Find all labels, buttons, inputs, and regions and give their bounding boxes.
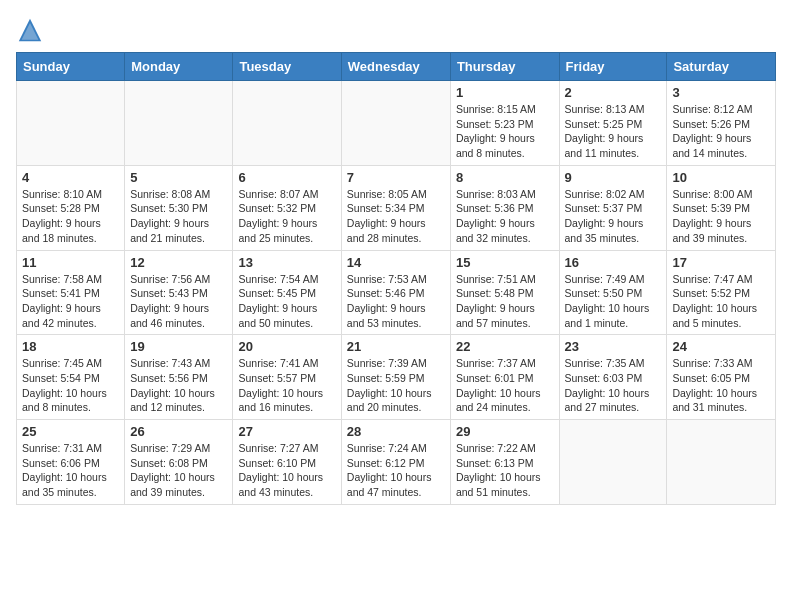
- day-number: 4: [22, 170, 119, 185]
- calendar-cell: [125, 81, 233, 166]
- day-info: Sunrise: 7:58 AM Sunset: 5:41 PM Dayligh…: [22, 272, 119, 331]
- day-number: 6: [238, 170, 335, 185]
- day-info: Sunrise: 7:37 AM Sunset: 6:01 PM Dayligh…: [456, 356, 554, 415]
- calendar-cell: 15Sunrise: 7:51 AM Sunset: 5:48 PM Dayli…: [450, 250, 559, 335]
- day-number: 20: [238, 339, 335, 354]
- day-info: Sunrise: 8:15 AM Sunset: 5:23 PM Dayligh…: [456, 102, 554, 161]
- day-info: Sunrise: 7:51 AM Sunset: 5:48 PM Dayligh…: [456, 272, 554, 331]
- calendar-header-wednesday: Wednesday: [341, 53, 450, 81]
- day-info: Sunrise: 8:07 AM Sunset: 5:32 PM Dayligh…: [238, 187, 335, 246]
- calendar-cell: 11Sunrise: 7:58 AM Sunset: 5:41 PM Dayli…: [17, 250, 125, 335]
- day-info: Sunrise: 7:45 AM Sunset: 5:54 PM Dayligh…: [22, 356, 119, 415]
- calendar-week-row: 1Sunrise: 8:15 AM Sunset: 5:23 PM Daylig…: [17, 81, 776, 166]
- day-number: 17: [672, 255, 770, 270]
- day-info: Sunrise: 7:53 AM Sunset: 5:46 PM Dayligh…: [347, 272, 445, 331]
- calendar-cell: 5Sunrise: 8:08 AM Sunset: 5:30 PM Daylig…: [125, 165, 233, 250]
- calendar-cell: [17, 81, 125, 166]
- day-number: 11: [22, 255, 119, 270]
- day-number: 26: [130, 424, 227, 439]
- day-number: 3: [672, 85, 770, 100]
- day-number: 10: [672, 170, 770, 185]
- calendar-cell: 4Sunrise: 8:10 AM Sunset: 5:28 PM Daylig…: [17, 165, 125, 250]
- day-number: 13: [238, 255, 335, 270]
- calendar-header-friday: Friday: [559, 53, 667, 81]
- calendar-cell: 16Sunrise: 7:49 AM Sunset: 5:50 PM Dayli…: [559, 250, 667, 335]
- day-info: Sunrise: 7:22 AM Sunset: 6:13 PM Dayligh…: [456, 441, 554, 500]
- calendar-cell: 21Sunrise: 7:39 AM Sunset: 5:59 PM Dayli…: [341, 335, 450, 420]
- calendar-cell: 28Sunrise: 7:24 AM Sunset: 6:12 PM Dayli…: [341, 420, 450, 505]
- day-number: 18: [22, 339, 119, 354]
- calendar-cell: 3Sunrise: 8:12 AM Sunset: 5:26 PM Daylig…: [667, 81, 776, 166]
- day-info: Sunrise: 7:49 AM Sunset: 5:50 PM Dayligh…: [565, 272, 662, 331]
- header: [16, 16, 776, 44]
- day-number: 24: [672, 339, 770, 354]
- day-info: Sunrise: 7:41 AM Sunset: 5:57 PM Dayligh…: [238, 356, 335, 415]
- calendar-cell: 12Sunrise: 7:56 AM Sunset: 5:43 PM Dayli…: [125, 250, 233, 335]
- calendar-cell: [667, 420, 776, 505]
- day-number: 27: [238, 424, 335, 439]
- day-number: 9: [565, 170, 662, 185]
- day-number: 15: [456, 255, 554, 270]
- day-info: Sunrise: 7:27 AM Sunset: 6:10 PM Dayligh…: [238, 441, 335, 500]
- day-info: Sunrise: 8:10 AM Sunset: 5:28 PM Dayligh…: [22, 187, 119, 246]
- calendar-week-row: 11Sunrise: 7:58 AM Sunset: 5:41 PM Dayli…: [17, 250, 776, 335]
- calendar-header-tuesday: Tuesday: [233, 53, 341, 81]
- day-info: Sunrise: 8:02 AM Sunset: 5:37 PM Dayligh…: [565, 187, 662, 246]
- calendar-cell: 17Sunrise: 7:47 AM Sunset: 5:52 PM Dayli…: [667, 250, 776, 335]
- calendar-week-row: 4Sunrise: 8:10 AM Sunset: 5:28 PM Daylig…: [17, 165, 776, 250]
- day-info: Sunrise: 8:12 AM Sunset: 5:26 PM Dayligh…: [672, 102, 770, 161]
- calendar-cell: 7Sunrise: 8:05 AM Sunset: 5:34 PM Daylig…: [341, 165, 450, 250]
- calendar-cell: 8Sunrise: 8:03 AM Sunset: 5:36 PM Daylig…: [450, 165, 559, 250]
- day-info: Sunrise: 7:31 AM Sunset: 6:06 PM Dayligh…: [22, 441, 119, 500]
- calendar-header-sunday: Sunday: [17, 53, 125, 81]
- calendar-cell: 6Sunrise: 8:07 AM Sunset: 5:32 PM Daylig…: [233, 165, 341, 250]
- calendar-cell: 13Sunrise: 7:54 AM Sunset: 5:45 PM Dayli…: [233, 250, 341, 335]
- day-info: Sunrise: 7:24 AM Sunset: 6:12 PM Dayligh…: [347, 441, 445, 500]
- logo: [16, 16, 48, 44]
- day-info: Sunrise: 8:00 AM Sunset: 5:39 PM Dayligh…: [672, 187, 770, 246]
- day-number: 8: [456, 170, 554, 185]
- calendar-cell: 26Sunrise: 7:29 AM Sunset: 6:08 PM Dayli…: [125, 420, 233, 505]
- calendar-week-row: 18Sunrise: 7:45 AM Sunset: 5:54 PM Dayli…: [17, 335, 776, 420]
- calendar-cell: [341, 81, 450, 166]
- logo-icon: [16, 16, 44, 44]
- calendar-cell: 2Sunrise: 8:13 AM Sunset: 5:25 PM Daylig…: [559, 81, 667, 166]
- day-number: 29: [456, 424, 554, 439]
- calendar-cell: 10Sunrise: 8:00 AM Sunset: 5:39 PM Dayli…: [667, 165, 776, 250]
- day-info: Sunrise: 7:39 AM Sunset: 5:59 PM Dayligh…: [347, 356, 445, 415]
- calendar-cell: 22Sunrise: 7:37 AM Sunset: 6:01 PM Dayli…: [450, 335, 559, 420]
- day-number: 12: [130, 255, 227, 270]
- calendar-cell: 18Sunrise: 7:45 AM Sunset: 5:54 PM Dayli…: [17, 335, 125, 420]
- calendar-cell: 29Sunrise: 7:22 AM Sunset: 6:13 PM Dayli…: [450, 420, 559, 505]
- calendar-header-row: SundayMondayTuesdayWednesdayThursdayFrid…: [17, 53, 776, 81]
- day-number: 2: [565, 85, 662, 100]
- calendar-cell: 1Sunrise: 8:15 AM Sunset: 5:23 PM Daylig…: [450, 81, 559, 166]
- day-number: 23: [565, 339, 662, 354]
- day-number: 19: [130, 339, 227, 354]
- calendar-cell: 24Sunrise: 7:33 AM Sunset: 6:05 PM Dayli…: [667, 335, 776, 420]
- day-number: 25: [22, 424, 119, 439]
- day-info: Sunrise: 7:56 AM Sunset: 5:43 PM Dayligh…: [130, 272, 227, 331]
- day-info: Sunrise: 7:54 AM Sunset: 5:45 PM Dayligh…: [238, 272, 335, 331]
- day-number: 22: [456, 339, 554, 354]
- day-number: 14: [347, 255, 445, 270]
- day-number: 5: [130, 170, 227, 185]
- day-number: 7: [347, 170, 445, 185]
- day-info: Sunrise: 7:29 AM Sunset: 6:08 PM Dayligh…: [130, 441, 227, 500]
- day-info: Sunrise: 8:08 AM Sunset: 5:30 PM Dayligh…: [130, 187, 227, 246]
- day-number: 28: [347, 424, 445, 439]
- calendar-cell: 14Sunrise: 7:53 AM Sunset: 5:46 PM Dayli…: [341, 250, 450, 335]
- day-info: Sunrise: 7:43 AM Sunset: 5:56 PM Dayligh…: [130, 356, 227, 415]
- day-info: Sunrise: 7:47 AM Sunset: 5:52 PM Dayligh…: [672, 272, 770, 331]
- calendar-header-monday: Monday: [125, 53, 233, 81]
- calendar-cell: 20Sunrise: 7:41 AM Sunset: 5:57 PM Dayli…: [233, 335, 341, 420]
- calendar-cell: 19Sunrise: 7:43 AM Sunset: 5:56 PM Dayli…: [125, 335, 233, 420]
- calendar-cell: [233, 81, 341, 166]
- day-info: Sunrise: 7:33 AM Sunset: 6:05 PM Dayligh…: [672, 356, 770, 415]
- calendar-cell: [559, 420, 667, 505]
- day-info: Sunrise: 8:13 AM Sunset: 5:25 PM Dayligh…: [565, 102, 662, 161]
- calendar-week-row: 25Sunrise: 7:31 AM Sunset: 6:06 PM Dayli…: [17, 420, 776, 505]
- calendar-header-saturday: Saturday: [667, 53, 776, 81]
- calendar-table: SundayMondayTuesdayWednesdayThursdayFrid…: [16, 52, 776, 505]
- day-number: 1: [456, 85, 554, 100]
